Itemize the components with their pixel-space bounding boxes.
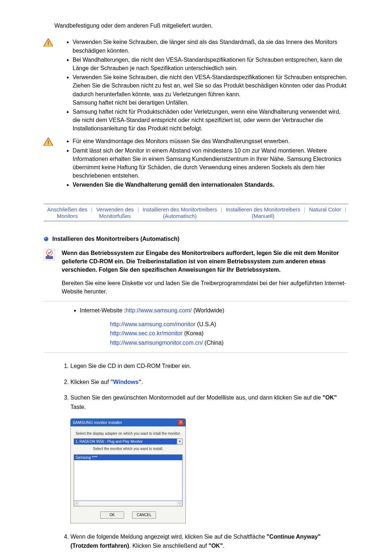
step-text: . Klicken Sie anschließend auf [129, 543, 209, 549]
svg-text:!: ! [48, 139, 49, 145]
step-text: Suchen Sie den gewünschten Monitormodell… [70, 394, 323, 401]
tab-label-line2: (Automatisch) [143, 213, 217, 219]
bold-text: "OK" [323, 394, 337, 401]
tab-label-line2: (Manuell) [226, 213, 300, 219]
scroll-left-icon[interactable]: ‹ [74, 501, 79, 506]
icon-column: ! [44, 38, 65, 46]
dialog-body: Select the display adapter on which you … [70, 426, 186, 523]
warning-block-1: ! Verwenden Sie keine Schrauben, die län… [44, 38, 348, 133]
section-title-row: Installieren des Monitortreibers (Automa… [44, 236, 348, 242]
bullet-subtext: Samsung haftet nicht bei derartigen Unfä… [73, 100, 189, 106]
installer-dialog: SAMSUNG monitor installer X Select the d… [70, 418, 186, 523]
bold-text: Verwenden Sie die Wandhalterung gemäß de… [73, 182, 274, 188]
link-region: (Korea) [183, 330, 204, 336]
bullet-text: Verwenden Sie keine Schrauben, die nicht… [73, 74, 347, 80]
steps-list: Legen Sie die CD in dem CD-ROM Treiber e… [62, 361, 348, 412]
tab-label-line2: Monitors [47, 213, 87, 219]
step-item: Suchen Sie den gewünschten Monitormodell… [70, 393, 348, 412]
info-paragraph: Wenn das Betriebssystem zur Eingabe des … [62, 249, 348, 274]
step-text: Taste. [70, 404, 86, 410]
horizontal-scrollbar[interactable]: ‹ › [74, 501, 183, 506]
website-line: http://www.sec.co.kr/monitor (Korea) [110, 329, 348, 338]
section-tabbar: Anschließen des Monitors | Verwenden des… [44, 204, 348, 221]
monitor-listbox[interactable]: Samsung **** [74, 454, 183, 501]
tab-label-line1: Installieren des Monitortreibers [143, 206, 217, 212]
warning-bullet: Samsung haftet nicht für Produktschäden … [73, 108, 348, 133]
tab-install-driver-manual[interactable]: Installieren des Monitortreibers (Manuel… [224, 206, 302, 219]
svg-rect-7 [47, 255, 49, 257]
ok-button[interactable]: OK [100, 511, 124, 519]
link-china[interactable]: http://www.samsungmonitor.com.cn/ [110, 340, 203, 346]
warning-block-2: ! Für eine Wandmontage des Monitors müss… [44, 137, 348, 190]
prepare-text: Bereiten Sie eine leere Diskette vor und… [62, 279, 348, 296]
section-title: Installieren des Monitortreibers (Automa… [52, 236, 179, 242]
bullet-subtext: Ziehen Sie die Schrauben nicht zu fest a… [73, 82, 346, 97]
link-region: (Worldwide) [192, 307, 224, 313]
caption-text: Select the monitor which you want to ins… [74, 447, 183, 451]
step-text: . [142, 379, 143, 385]
tab-label-line1: Anschließen des [47, 206, 87, 212]
link-region: (U.S.A) [196, 321, 216, 327]
svg-point-5 [46, 250, 52, 255]
install-wizard-icon [44, 249, 55, 260]
website-line: http://www.samsungmonitor.com.cn/ (China… [110, 338, 348, 348]
bullet-circle-icon [44, 236, 49, 242]
warning-triangle-icon: ! [44, 39, 53, 46]
warning-bullet: Verwenden Sie keine Schrauben, die nicht… [73, 73, 348, 107]
scroll-right-icon[interactable]: › [177, 501, 182, 506]
tab-label-line1: Verwenden des [96, 206, 134, 212]
tab-separator: | [90, 206, 93, 219]
document-page: Wandbefestigung oder dem anderen Fuß mit… [0, 0, 392, 555]
svg-point-3 [45, 238, 46, 239]
step-text: . [223, 543, 224, 549]
link-korea[interactable]: http://www.sec.co.kr/monitor [110, 330, 183, 336]
svg-point-2 [44, 237, 48, 241]
icon-column: ! [44, 137, 65, 146]
tab-install-driver-auto[interactable]: Installieren des Monitortreibers (Automa… [140, 206, 219, 219]
list-item[interactable]: Samsung **** [74, 455, 182, 460]
step-item: Wenn die folgende Meldung angezeigt wird… [70, 532, 348, 551]
tab-use-stand[interactable]: Verwenden des Monitorfußes [94, 206, 136, 219]
divider [44, 301, 348, 301]
caption-text: Select the display adapter on which you … [74, 432, 183, 436]
select-value: 1. RADEON 9550 : Plug and Play Monitor [74, 439, 177, 444]
dialog-button-row: OK CANCEL [74, 511, 183, 519]
adapter-select[interactable]: 1. RADEON 9550 : Plug and Play Monitor ▾ [74, 438, 183, 445]
chevron-down-icon[interactable]: ▾ [177, 439, 182, 444]
link-worldwide[interactable]: http://www.samsung.com/ [126, 307, 192, 313]
step-item: Klicken Sie auf "Windows". [70, 377, 348, 387]
link-region: (China) [203, 340, 224, 346]
dialog-titlebar: SAMSUNG monitor installer X [70, 418, 186, 426]
warning-bullet: Für eine Wandmontage des Monitors müssen… [73, 137, 348, 145]
website-line: http://www.samsung.com/monitor (U.S.A) [110, 320, 348, 329]
warning-triangle-icon: ! [44, 138, 53, 146]
tab-separator: | [220, 206, 223, 219]
tab-connect-monitor[interactable]: Anschließen des Monitors [45, 206, 90, 219]
dialog-title: SAMSUNG monitor installer [73, 420, 122, 425]
warning-bullet: Damit lässt sich der Monitor in einem Ab… [73, 146, 348, 180]
tab-separator: | [344, 206, 347, 219]
website-line: Internet-Website :http://www.samsung.com… [80, 307, 348, 314]
tab-natural-color[interactable]: Natural Color [307, 206, 343, 219]
bold-text: "OK" [209, 543, 223, 549]
website-label: Internet-Website : [80, 307, 126, 313]
tab-label-line1: Installieren des Monitortreibers [226, 206, 300, 212]
lead-sentence: Wandbefestigung oder dem anderen Fuß mit… [54, 22, 348, 30]
svg-rect-6 [46, 256, 53, 259]
link-usa[interactable]: http://www.samsung.com/monitor [110, 321, 196, 327]
tab-label-line2: Monitorfußes [96, 213, 134, 219]
close-button[interactable]: X [178, 420, 184, 425]
warning-bullet: Verwenden Sie die Wandhalterung gemäß de… [73, 181, 348, 189]
windows-link[interactable]: "Windows" [110, 379, 141, 385]
tab-separator: | [303, 206, 306, 219]
website-list: Internet-Website :http://www.samsung.com… [44, 307, 348, 314]
svg-text:!: ! [48, 40, 49, 46]
warning-bullet: Verwenden Sie keine Schrauben, die länge… [73, 38, 348, 54]
tab-label-line1: Natural Color [309, 206, 341, 212]
cancel-button[interactable]: CANCEL [132, 511, 156, 519]
step-item: Legen Sie die CD in dem CD-ROM Treiber e… [70, 361, 348, 371]
step-text: Wenn die folgende Meldung angezeigt wird… [70, 534, 266, 540]
divider [44, 352, 348, 353]
step-text: Klicken Sie auf [70, 379, 110, 385]
info-block: Wenn das Betriebssystem zur Eingabe des … [44, 249, 348, 274]
